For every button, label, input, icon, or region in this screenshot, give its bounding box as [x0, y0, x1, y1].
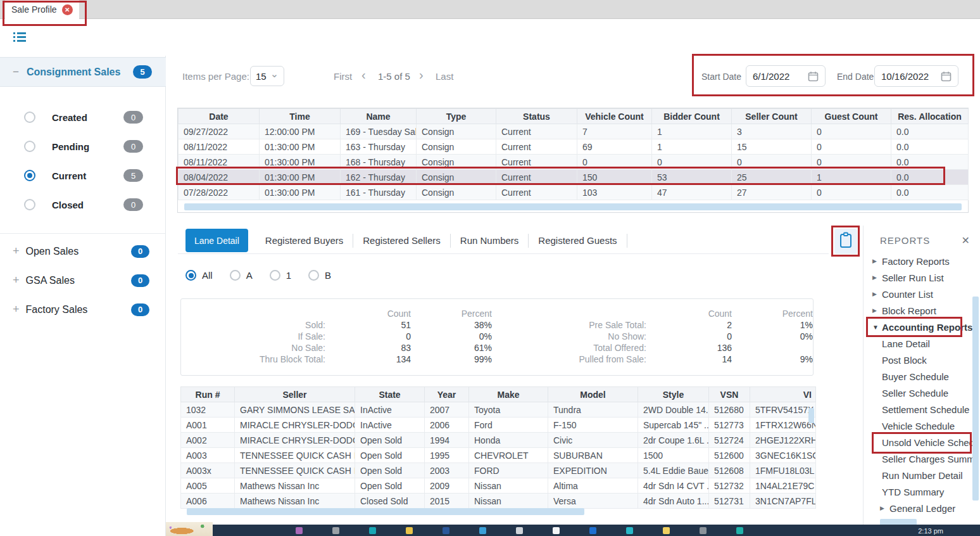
folder-icon[interactable] [332, 527, 339, 534]
sidebar-item-closed[interactable]: Closed 0 [0, 190, 166, 219]
percent-header: Percent [411, 308, 492, 319]
pagination-first[interactable]: First [334, 71, 352, 82]
sidebar-item-open-sales[interactable]: Open Sales 0 [0, 236, 166, 265]
radio-icon [24, 199, 35, 210]
vertical-scrollbar[interactable] [808, 408, 814, 423]
count-header: Count [646, 308, 732, 319]
report-item[interactable]: Run Number Detail [866, 467, 975, 483]
report-item[interactable]: ▼ Accounting Reports [866, 319, 975, 335]
sale-row[interactable]: 09/27/202212:00:00 PM 169 - Tuesday Sale… [179, 124, 969, 139]
collapse-icon [13, 66, 19, 79]
list-menu-icon[interactable] [13, 32, 27, 43]
sidebar-item-created[interactable]: Created 0 [0, 103, 166, 132]
sidebar-section-consignment-sales[interactable]: Consignment Sales 5 [0, 57, 166, 87]
vertical-scrollbar[interactable] [972, 297, 979, 501]
windows-taskbar: 2:13 pm [166, 525, 980, 536]
close-icon[interactable]: ✕ [962, 234, 970, 246]
browser-icon[interactable] [479, 527, 486, 534]
tab-registered-buyers[interactable]: Registered Buyers [256, 234, 353, 248]
teams-icon[interactable] [626, 527, 633, 534]
tab-run-numbers[interactable]: Run Numbers [451, 234, 529, 248]
report-item[interactable]: ▶ Seller Run List [866, 269, 975, 286]
lane-filter-b[interactable]: B [308, 270, 331, 281]
lane-filter-a[interactable]: A [230, 270, 253, 281]
photos-icon[interactable] [589, 527, 596, 534]
report-item[interactable]: Seller Charges Summary [866, 450, 975, 467]
vehicle-row[interactable]: A001MIRACLE CHRYSLER-DODGE-J... InActive… [181, 418, 816, 433]
percent-header: Percent [732, 308, 813, 319]
vehicle-table-container: Run # Seller State Year Make Model Style… [180, 386, 815, 509]
sale-row[interactable]: 07/28/202201:30:00 PM 161 - ThursdayCons… [179, 185, 969, 200]
media-icon[interactable] [700, 527, 707, 534]
vehicle-row[interactable]: A003TENNESSEE QUICK CASH INC Open Sold19… [181, 448, 816, 463]
report-item[interactable]: Lane Detail [866, 335, 975, 352]
detail-tabs: Lane Detail Registered Buyers Registered… [185, 229, 627, 252]
report-item[interactable]: ▶ General Ledger [866, 500, 975, 516]
lane-filter-all[interactable]: All [185, 270, 213, 281]
tab-lane-detail[interactable]: Lane Detail [185, 229, 248, 252]
items-per-page-label: Items per Page: [182, 71, 249, 82]
sales-table-header: Date Time Name Type Status Vehicle Count… [179, 109, 969, 124]
lane-filter-1[interactable]: 1 [270, 270, 291, 281]
close-icon[interactable]: ✕ [62, 4, 73, 15]
report-item[interactable]: Vehicle Schedule [866, 418, 975, 434]
pagination-next-icon[interactable] [419, 68, 424, 82]
notes-icon[interactable] [406, 527, 413, 534]
sale-row[interactable]: 08/04/202201:30:00 PM 162 - ThursdayCons… [179, 170, 969, 185]
report-item[interactable]: ▶ Block Report [866, 302, 975, 319]
end-date-input[interactable]: 10/16/2022 [874, 65, 958, 87]
teal-app-icon[interactable] [369, 527, 376, 534]
sidebar-item-factory-sales[interactable]: Factory Sales 0 [0, 295, 166, 324]
report-item[interactable]: ▶ Counter List [866, 286, 975, 302]
pagination-prev-icon[interactable] [361, 68, 366, 82]
calendar-icon[interactable] [941, 71, 952, 82]
vehicle-row[interactable]: 1032GARY SIMMONS LEASE SALES ... InActiv… [181, 402, 816, 418]
start-date-input[interactable]: 6/1/2022 [746, 65, 826, 87]
vehicle-row[interactable]: A006Mathews Nissan Inc Closed Sold2015 N… [181, 494, 816, 509]
tab-sale-profile[interactable]: Sale Profile ✕ [5, 0, 79, 19]
report-item[interactable]: Buyer Schedule [866, 368, 975, 385]
sidebar-item-current[interactable]: Current 5 [0, 161, 166, 190]
word-app-icon[interactable] [443, 527, 449, 534]
report-item[interactable]: Settlement Schedule [866, 401, 975, 418]
chevron-down-icon [270, 70, 279, 82]
report-item[interactable]: Unsold Vehicle Schedule [866, 434, 975, 450]
items-per-page-select[interactable]: 15 [250, 66, 284, 86]
expand-arrow-icon: ▶ [880, 505, 889, 511]
chat-icon[interactable] [736, 527, 743, 534]
end-date-label: End Date [837, 72, 874, 82]
report-item[interactable]: ▶ Factory Reports [866, 253, 975, 269]
star-icon[interactable] [663, 527, 670, 534]
count-badge: 0 [131, 303, 149, 316]
sidebar-item-pending[interactable]: Pending 0 [0, 132, 166, 161]
taskbar-clock: 2:13 pm [918, 527, 943, 535]
horizontal-scrollbar[interactable] [187, 508, 584, 515]
vehicle-row[interactable]: A005Mathews Nissan Inc Open Sold2009 Nis… [181, 478, 816, 494]
taskbar-thumbnail[interactable] [166, 522, 213, 536]
tab-registered-guests[interactable]: Registered Guests [529, 234, 627, 248]
tab-registered-sellers[interactable]: Registered Sellers [353, 234, 451, 248]
lane-filter-group: All A 1 B [185, 270, 331, 281]
reports-panel-title: REPORTS [880, 235, 962, 246]
report-item[interactable]: YTD Summary [866, 483, 975, 500]
palette-icon[interactable] [296, 527, 303, 534]
reports-clipboard-button[interactable] [834, 229, 857, 254]
radio-icon-selected [24, 170, 35, 181]
count-badge: 0 [131, 274, 149, 287]
tab-label: Sale Profile [11, 4, 57, 15]
reports-panel: REPORTS ✕ ▶ Factory Reports ▶ Seller Run… [866, 231, 975, 523]
sales-table: Date Time Name Type Status Vehicle Count… [178, 108, 969, 200]
settings-icon[interactable] [553, 527, 560, 534]
sale-row[interactable]: 08/11/202201:30:00 PM 163 - ThursdayCons… [179, 139, 969, 155]
horizontal-scrollbar[interactable] [184, 203, 962, 210]
calendar-icon[interactable] [808, 71, 819, 82]
sale-row[interactable]: 08/11/202201:30:00 PM 168 - ThursdayCons… [179, 155, 969, 170]
pagination-last[interactable]: Last [436, 71, 453, 82]
vehicle-row[interactable]: A002MIRACLE CHRYSLER-DODGE-J... Open Sol… [181, 433, 816, 448]
report-item[interactable]: Seller Schedule [866, 385, 975, 401]
reports-list: ▶ Factory Reports ▶ Seller Run List ▶ Co… [866, 253, 975, 516]
sidebar-item-gsa-sales[interactable]: GSA Sales 0 [0, 265, 166, 295]
vehicle-row[interactable]: A003xTENNESSEE QUICK CASH INC Open Sold2… [181, 463, 816, 478]
report-item[interactable]: Post Block [866, 352, 975, 368]
files-icon[interactable] [516, 527, 523, 534]
